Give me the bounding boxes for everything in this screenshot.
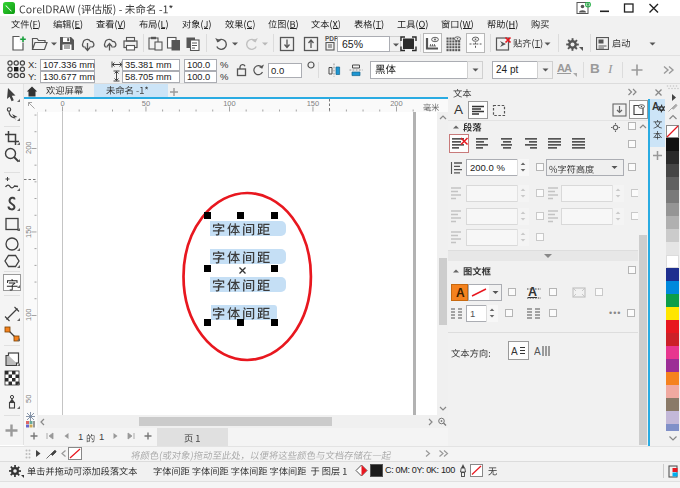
svg-text:A: A — [534, 346, 541, 357]
svg-text:A: A — [511, 346, 518, 357]
